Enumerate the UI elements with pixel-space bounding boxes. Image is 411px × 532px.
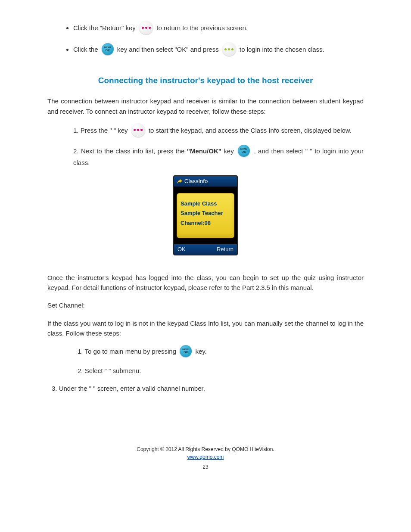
- text: to return to the previous screen.: [156, 24, 248, 31]
- menu-ok-icon: MENUOK: [180, 345, 192, 357]
- empty-quoted: " ": [108, 127, 118, 134]
- section-heading: Connecting the instructor's keypad to th…: [47, 74, 364, 87]
- ok-quoted: "OK": [174, 46, 188, 53]
- dots-pink-icon: [131, 123, 145, 137]
- device-return: Return: [217, 245, 234, 254]
- text: 2. Select: [78, 367, 105, 374]
- empty-quoted: " ": [305, 147, 312, 155]
- setchan-step-3: 3. Under the " " screen, enter a valid c…: [52, 383, 364, 393]
- text: 2. Next to the class info list, press th…: [73, 147, 184, 155]
- text: key and then select: [117, 46, 174, 53]
- device-title: ClassInfo: [184, 177, 208, 186]
- setchan-step-1: 1. To go to main menu by pressing MENUOK…: [78, 346, 364, 358]
- text: , and then select: [254, 147, 305, 155]
- menu-ok-icon: MENUOK: [238, 145, 250, 157]
- bullet-return: Click the "Return" key to return to the …: [73, 22, 364, 35]
- class-name: Sample Class: [181, 199, 230, 208]
- page-number: 23: [47, 463, 364, 471]
- empty-quoted: " ": [89, 385, 96, 392]
- text: key: [124, 24, 137, 31]
- intro-paragraph: The connection between instructor keypad…: [47, 96, 364, 116]
- text: submenu.: [111, 367, 141, 374]
- text: screen, enter a valid channel number.: [96, 385, 205, 392]
- text: to start the keypad, and access the Clas…: [149, 127, 352, 134]
- text: Click the: [73, 24, 100, 31]
- menu-ok-icon: MENUOK: [102, 43, 114, 55]
- setchan-step-2: 2. Select " " submenu.: [78, 366, 364, 376]
- channel-no: Channel:08: [181, 219, 230, 227]
- top-bullet-list: Click the "Return" key to return to the …: [47, 22, 364, 57]
- dots-pink-icon: [139, 21, 153, 34]
- text: key.: [195, 348, 206, 355]
- menuok-quoted: "Menu/OK": [184, 147, 224, 155]
- bullet-ok: Click the MENUOK key and then select "OK…: [73, 43, 364, 57]
- dots-green-icon: [222, 42, 236, 56]
- set-channel-desc: If the class you want to log in is not i…: [47, 318, 364, 339]
- text: to login into the chosen class.: [240, 46, 324, 53]
- teacher-name: Sample Teacher: [181, 209, 230, 218]
- text: 1. To go to main menu by pressing: [78, 348, 178, 355]
- return-quoted: "Return": [100, 24, 124, 31]
- text: Click the: [73, 46, 100, 53]
- device-ok: OK: [177, 245, 186, 254]
- copyright-text: Copyright © 2012 All Rights Reserved by …: [137, 446, 274, 452]
- footer-link[interactable]: www.qomo.com: [187, 454, 224, 460]
- empty-quoted: " ": [105, 367, 111, 374]
- post-figure-paragraph: Once the instructor's keypad has logged …: [47, 273, 364, 293]
- text: 1. Press the: [73, 127, 108, 134]
- device-titlebar: ClassInfo: [174, 176, 237, 187]
- text: key: [118, 127, 130, 134]
- text: 3. Under the: [52, 385, 89, 392]
- classinfo-card: Sample Class Sample Teacher Channel:08: [177, 193, 234, 238]
- device-figure: ClassInfo Sample Class Sample Teacher Ch…: [173, 175, 238, 255]
- page-footer: Copyright © 2012 All Rights Reserved by …: [47, 445, 364, 471]
- text: key: [224, 147, 236, 155]
- step-2: 2. Next to the class info list, press th…: [73, 146, 364, 168]
- text: and press: [190, 46, 221, 53]
- signal-icon: [177, 179, 183, 184]
- set-channel-title: Set Channel:: [47, 300, 364, 310]
- step-1: 1. Press the " " key to start the keypad…: [73, 124, 364, 138]
